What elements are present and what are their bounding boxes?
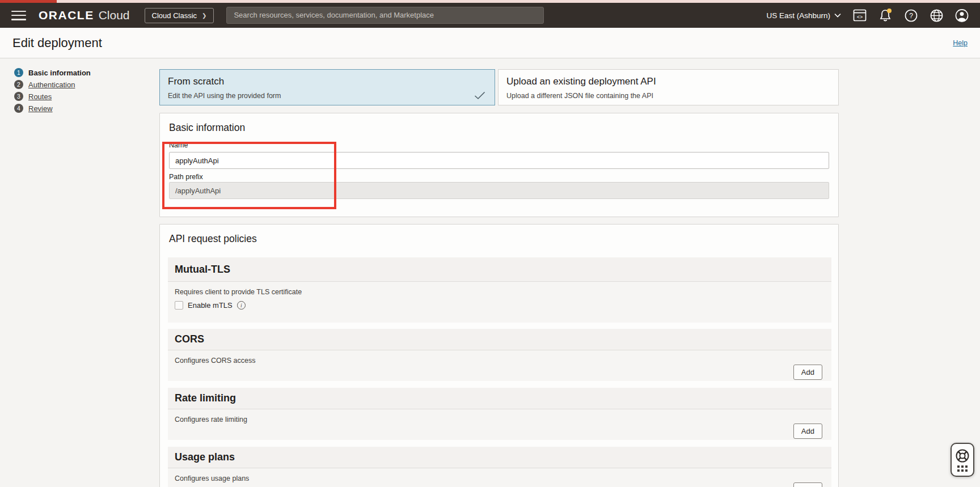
step-number-badge: 1 xyxy=(14,68,23,77)
rate-limiting-add-button[interactable]: Add xyxy=(793,424,822,439)
panel-body: Configures rate limiting Add xyxy=(168,409,831,424)
card-title: Upload an existing deployment API xyxy=(506,76,830,87)
life-ring-icon xyxy=(955,448,970,463)
panel-description: Configures CORS access xyxy=(168,350,831,365)
region-label: US East (Ashburn) xyxy=(766,11,830,20)
hamburger-menu-icon[interactable] xyxy=(11,11,26,20)
panel-heading: Mutual-TLS xyxy=(175,264,230,276)
chevron-down-icon xyxy=(834,13,841,18)
top-navigation-bar: ORACLE Cloud Cloud Classic ❯ Search reso… xyxy=(0,0,980,28)
page-header: Edit deployment Help xyxy=(0,28,980,58)
language-globe-icon[interactable] xyxy=(930,9,943,22)
enable-mtls-checkbox[interactable] xyxy=(175,301,183,310)
page-load-progress-fill xyxy=(0,0,57,3)
step-number-badge: 3 xyxy=(14,92,23,101)
panel-heading: CORS xyxy=(175,333,204,345)
section-title: API request policies xyxy=(169,233,257,245)
cloud-classic-button[interactable]: Cloud Classic ❯ xyxy=(145,8,214,23)
card-subtitle: Upload a different JSON file containing … xyxy=(506,92,830,100)
enable-mtls-row: Enable mTLS i xyxy=(175,301,831,310)
policy-panel-rate-limiting: Rate limiting Configures rate limiting A… xyxy=(168,388,831,440)
main-content: From scratch Edit the API using the prov… xyxy=(159,58,839,487)
panel-header: Rate limiting xyxy=(168,388,831,409)
user-avatar-icon[interactable] xyxy=(955,9,969,22)
help-question-icon[interactable]: ? xyxy=(904,9,918,22)
wizard-step-label[interactable]: Routes xyxy=(28,92,52,101)
policy-panel-mutual-tls: Mutual-TLS Requires client to provide TL… xyxy=(168,257,831,323)
panel-description: Requires client to provide TLS certifica… xyxy=(168,282,831,296)
panel-description: Configures usage plans xyxy=(168,468,831,482)
panel-header: Mutual-TLS xyxy=(168,257,831,282)
panel-body: Configures usage plans Add xyxy=(168,468,831,482)
basic-information-section: Basic information Name Path prefix xyxy=(159,113,839,217)
selected-check-icon xyxy=(474,91,485,100)
policy-panel-cors: CORS Configures CORS access Add xyxy=(168,329,831,381)
page-title: Edit deployment xyxy=(12,36,102,50)
name-field-label: Name xyxy=(169,141,188,149)
wizard-step-label[interactable]: Review xyxy=(28,104,53,113)
section-title: Basic information xyxy=(169,122,245,134)
card-title: From scratch xyxy=(168,76,487,87)
enable-mtls-label: Enable mTLS xyxy=(188,301,233,310)
policy-panel-usage-plans: Usage plans Configures usage plans Add xyxy=(168,447,831,487)
notification-dot xyxy=(887,9,892,13)
wizard-step-label: Basic information xyxy=(28,69,91,77)
wizard-step-authentication[interactable]: 2 Authentication xyxy=(14,80,91,89)
notifications-bell-icon[interactable] xyxy=(878,9,892,22)
chevron-right-icon: ❯ xyxy=(202,12,206,19)
svg-text:<>: <> xyxy=(857,14,863,20)
region-selector[interactable]: US East (Ashburn) xyxy=(766,11,841,20)
panel-body: Requires client to provide TLS certifica… xyxy=(168,282,831,310)
panel-header: CORS xyxy=(168,329,831,350)
floating-help-widget[interactable] xyxy=(951,443,974,477)
wizard-step-routes[interactable]: 3 Routes xyxy=(14,92,91,101)
wizard-step-basic-information: 1 Basic information xyxy=(14,68,91,77)
usage-plans-add-button[interactable]: Add xyxy=(793,482,822,487)
oci-console-page: ORACLE Cloud Cloud Classic ❯ Search reso… xyxy=(0,0,980,487)
global-search-input[interactable]: Search resources, services, documentatio… xyxy=(226,7,544,24)
logo-cloud-text: Cloud xyxy=(99,9,130,22)
cloud-classic-label: Cloud Classic xyxy=(152,11,197,20)
oracle-cloud-logo[interactable]: ORACLE Cloud xyxy=(39,9,130,22)
wizard-steps: 1 Basic information 2 Authentication 3 R… xyxy=(14,68,91,116)
name-input[interactable] xyxy=(169,152,829,169)
panel-description: Configures rate limiting xyxy=(168,409,831,424)
card-upload-existing-api[interactable]: Upload an existing deployment API Upload… xyxy=(498,69,839,105)
panel-heading: Rate limiting xyxy=(175,392,236,404)
svg-text:?: ? xyxy=(909,12,913,20)
developer-tools-icon[interactable]: <> xyxy=(853,9,867,22)
topbar-right-controls: US East (Ashburn) <> xyxy=(766,9,969,22)
card-from-scratch[interactable]: From scratch Edit the API using the prov… xyxy=(159,69,495,105)
wizard-step-label[interactable]: Authentication xyxy=(28,81,75,89)
cors-add-button[interactable]: Add xyxy=(793,365,822,380)
help-link[interactable]: Help xyxy=(953,39,968,47)
api-source-cards: From scratch Edit the API using the prov… xyxy=(159,69,839,105)
step-number-badge: 4 xyxy=(14,104,23,113)
wizard-step-review[interactable]: 4 Review xyxy=(14,104,91,113)
drag-handle-dots-icon xyxy=(957,465,968,472)
path-prefix-input xyxy=(169,182,829,199)
panel-heading: Usage plans xyxy=(175,451,235,463)
info-icon[interactable]: i xyxy=(237,301,246,310)
path-prefix-field-label: Path prefix xyxy=(169,173,203,181)
panel-header: Usage plans xyxy=(168,447,831,468)
api-request-policies-section: API request policies Mutual-TLS Requires… xyxy=(159,224,839,487)
card-subtitle: Edit the API using the provided form xyxy=(168,92,487,100)
step-number-badge: 2 xyxy=(14,80,23,89)
panel-body: Configures CORS access Add xyxy=(168,350,831,365)
logo-oracle-text: ORACLE xyxy=(39,9,94,22)
page-load-progress-track xyxy=(0,0,980,3)
